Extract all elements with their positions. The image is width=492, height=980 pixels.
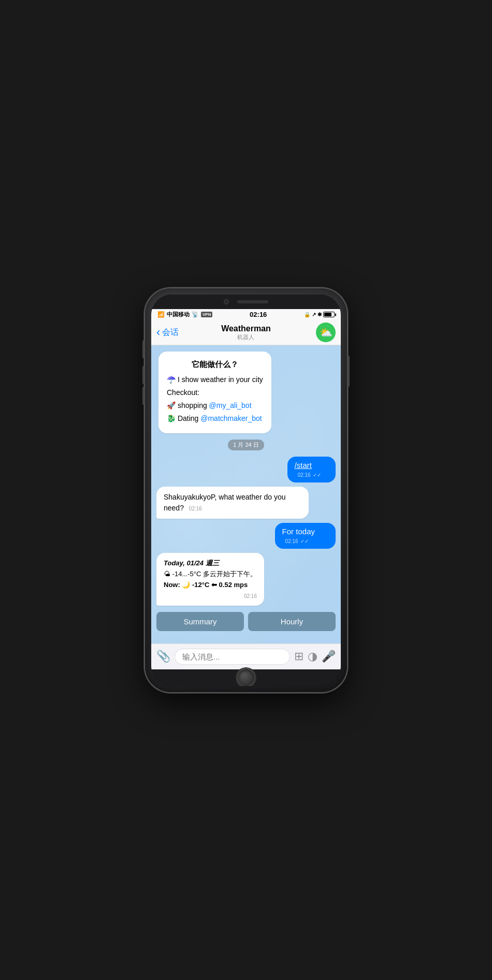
battery-fill (324, 313, 331, 316)
status-time: 02:16 (250, 311, 267, 318)
date-separator: 1 月 24 日 (228, 440, 264, 450)
input-bar: 📎 ⊞ ◑ 🎤 (151, 643, 341, 669)
shopping-text: 🚀 shopping (167, 401, 209, 409)
action-buttons-row: Summary Hourly (156, 612, 336, 631)
user-bubble-today: For today 02:16 ✓✓ (275, 523, 336, 549)
mic-icon[interactable]: 🎤 (322, 650, 336, 663)
bot-reply1-time: 02:16 (189, 506, 202, 511)
weather-temp-line: 🌤 -14...-5°C 多云开始于下午。 (164, 569, 257, 580)
phone-speaker (237, 300, 268, 303)
checkout-label: Checkout: (167, 388, 199, 397)
lock-icon: 🔒 (304, 312, 310, 317)
nav-title: Weatherman (221, 324, 271, 333)
emoji-icon[interactable]: ◑ (308, 650, 317, 663)
hourly-button[interactable]: Hourly (248, 612, 336, 631)
user-message-start: /start 02:16 ✓✓ (275, 457, 336, 482)
attachment-icon[interactable]: 📎 (156, 650, 170, 663)
user-message-today: For today 02:16 ✓✓ (259, 523, 336, 549)
weather-time-label: 02:16 (164, 592, 257, 601)
bot-reply1-bubble: ShakuyakukyoP, what weather do you need?… (156, 487, 309, 519)
battery-icon (323, 312, 335, 317)
nav-bar: ‹ 会话 Weatherman 机器人 ⛅ (151, 320, 341, 345)
back-label: 会话 (162, 327, 179, 338)
bot-avatar-icon: ⛅ (320, 326, 332, 339)
sticker-icon[interactable]: ⊞ (294, 650, 303, 663)
home-bar (151, 669, 341, 686)
bot-avatar-button[interactable]: ⛅ (316, 323, 336, 342)
location-icon: ↗ (312, 312, 316, 317)
phone-top-bar (151, 295, 341, 309)
dating-text: 🐉 Dating (167, 414, 200, 422)
user-bubble-start: /start 02:16 ✓✓ (287, 457, 336, 482)
wifi-icon: 📡 (192, 311, 199, 318)
welcome-checkout: Checkout: (167, 387, 263, 398)
signal-icon: 📶 (157, 311, 165, 318)
for-today-text: For today (282, 527, 315, 536)
welcome-title: 它能做什么？ (167, 359, 263, 371)
ios-screen: 📶 中国移动 📡 VPN 02:16 🔒 ↗ ✱ ‹ (151, 309, 341, 669)
weather-now-line: Now: 🌙 -12°C ⬅ 0.52 mps (164, 580, 257, 591)
weather-message-bubble: Today, 01/24 週三 🌤 -14...-5°C 多云开始于下午。 No… (156, 553, 264, 606)
nav-center: Weatherman 机器人 (221, 324, 271, 341)
back-button[interactable]: ‹ 会话 (156, 327, 179, 338)
phone-device: 📶 中国移动 📡 VPN 02:16 🔒 ↗ ✱ ‹ (145, 288, 347, 692)
weather-date-line: Today, 01/24 週三 (164, 558, 257, 569)
start-command: /start (295, 461, 312, 470)
vpn-badge: VPN (201, 312, 212, 317)
today-time: 02:16 (285, 538, 298, 544)
read-receipt-today: ✓✓ (300, 538, 309, 544)
welcome-line1: ☂️ I show weather in your city (167, 374, 263, 385)
status-bar: 📶 中国移动 📡 VPN 02:16 🔒 ↗ ✱ (151, 309, 341, 320)
summary-button[interactable]: Summary (156, 612, 244, 631)
start-time: 02:16 (298, 472, 311, 478)
shopping-link[interactable]: @my_ali_bot (209, 401, 252, 409)
dating-link[interactable]: @matchmaker_bot (200, 414, 262, 422)
status-left: 📶 中国移动 📡 VPN (157, 311, 212, 318)
bluetooth-icon: ✱ (317, 312, 322, 317)
nav-subtitle: 机器人 (221, 333, 271, 341)
back-arrow-icon: ‹ (156, 327, 160, 338)
phone-screen: 📶 中国移动 📡 VPN 02:16 🔒 ↗ ✱ ‹ (151, 295, 341, 686)
bot-reply1-text: ShakuyakukyoP, what weather do you need? (164, 493, 286, 512)
welcome-message-bubble: 它能做什么？ ☂️ I show weather in your city Ch… (158, 352, 271, 434)
chat-area: 它能做什么？ ☂️ I show weather in your city Ch… (151, 345, 341, 643)
front-camera (224, 299, 229, 304)
welcome-shopping-line: 🚀 shopping @my_ali_bot (167, 400, 263, 411)
input-right-icons: ⊞ ◑ 🎤 (294, 650, 336, 663)
home-button[interactable] (237, 668, 255, 686)
status-right: 🔒 ↗ ✱ (304, 312, 335, 317)
message-input[interactable] (175, 649, 290, 665)
read-receipt-start: ✓✓ (313, 472, 321, 478)
carrier-label: 中国移动 (167, 311, 190, 318)
welcome-dating-line: 🐉 Dating @matchmaker_bot (167, 413, 263, 424)
